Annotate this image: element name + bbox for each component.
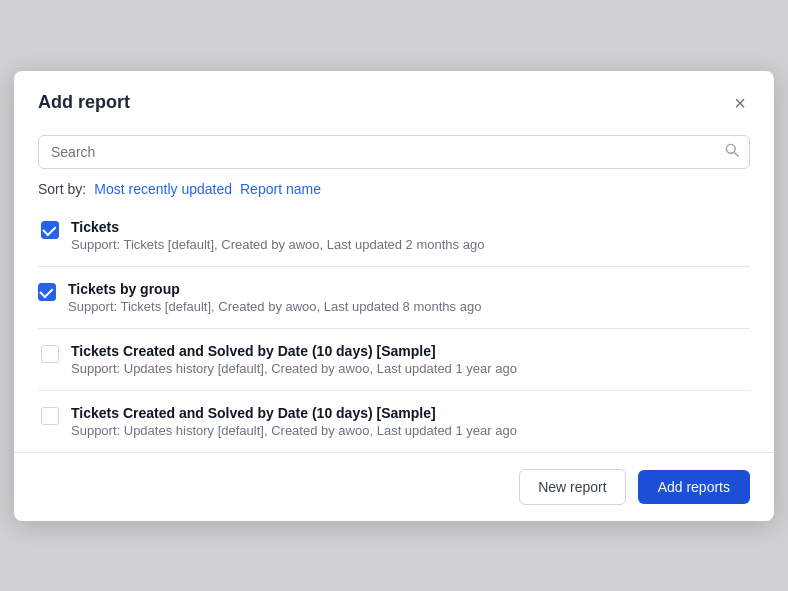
list-item: Tickets by groupSupport: Tickets [defaul… [38,267,750,329]
modal-body: Sort by: Most recently updated Report na… [14,131,774,452]
sort-recently-updated[interactable]: Most recently updated [94,181,232,197]
list-item: Tickets Created and Solved by Date (10 d… [38,329,750,391]
report-name: Tickets by group [68,281,750,297]
checkbox-wrap[interactable] [41,345,59,363]
list-item: Tickets Created and Solved by Date (10 d… [38,391,750,452]
new-report-button[interactable]: New report [519,469,625,505]
checkbox-wrap[interactable] [38,283,56,301]
report-meta: Support: Tickets [default], Created by a… [71,237,750,252]
report-info: Tickets Created and Solved by Date (10 d… [71,405,750,438]
report-checkbox[interactable] [41,407,59,425]
search-container [38,135,750,169]
modal-footer: New report Add reports [14,452,774,521]
report-checkbox[interactable] [41,221,59,239]
list-item: TicketsSupport: Tickets [default], Creat… [38,205,750,267]
report-info: Tickets by groupSupport: Tickets [defaul… [68,281,750,314]
report-name: Tickets Created and Solved by Date (10 d… [71,405,750,421]
sort-report-name[interactable]: Report name [240,181,321,197]
report-name: Tickets [71,219,750,235]
report-meta: Support: Tickets [default], Created by a… [68,299,750,314]
checkbox-wrap[interactable] [41,221,59,239]
search-input[interactable] [38,135,750,169]
report-meta: Support: Updates history [default], Crea… [71,361,750,376]
report-info: Tickets Created and Solved by Date (10 d… [71,343,750,376]
sort-by-label: Sort by: [38,181,86,197]
add-reports-button[interactable]: Add reports [638,470,750,504]
checkbox-wrap[interactable] [41,407,59,425]
report-checkbox[interactable] [41,345,59,363]
close-button[interactable]: × [730,91,750,115]
modal-overlay: Add report × Sort by: Most recently upda… [0,0,788,591]
modal-title: Add report [38,92,130,113]
sort-row: Sort by: Most recently updated Report na… [38,181,750,197]
report-name: Tickets Created and Solved by Date (10 d… [71,343,750,359]
report-checkbox[interactable] [38,283,56,301]
report-info: TicketsSupport: Tickets [default], Creat… [71,219,750,252]
modal: Add report × Sort by: Most recently upda… [14,71,774,521]
modal-header: Add report × [14,71,774,131]
reports-list: TicketsSupport: Tickets [default], Creat… [38,205,750,452]
report-meta: Support: Updates history [default], Crea… [71,423,750,438]
